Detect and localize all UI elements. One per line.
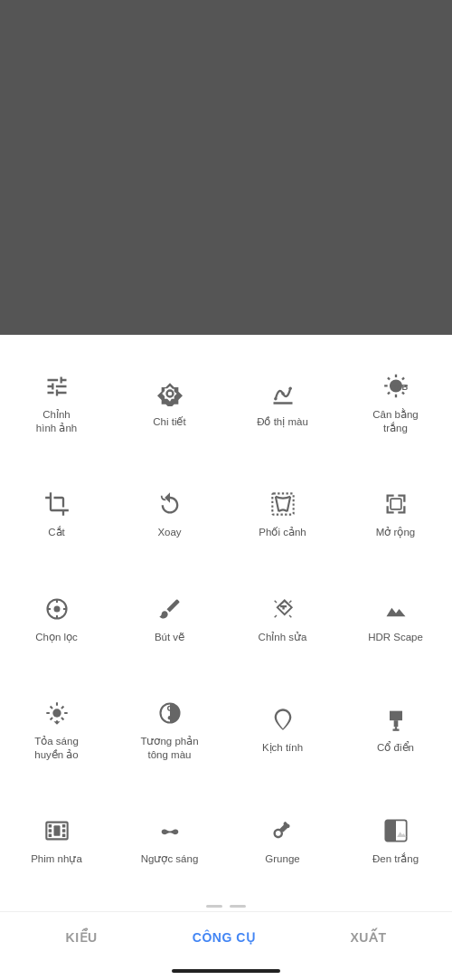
bw-icon: [380, 814, 412, 847]
adjust-icon: [41, 370, 73, 403]
tool-xoay[interactable]: Xoay: [113, 461, 226, 566]
svg-point-7: [53, 605, 60, 612]
tool-hdr-scape[interactable]: HDR Scape: [339, 566, 452, 670]
svg-point-2: [288, 386, 292, 390]
tonal-icon: [154, 697, 186, 729]
svg-point-0: [274, 397, 278, 401]
tool-toa-sang-huyen-ao-label: Tỏa sánghuyền ảo: [34, 735, 79, 762]
tool-but-ve-label: Bút vẽ: [155, 631, 184, 644]
home-bar: [172, 969, 280, 973]
nav-xuat[interactable]: XUẤT: [332, 921, 404, 954]
svg-rect-26: [53, 825, 60, 836]
expand-icon: [380, 488, 412, 520]
tool-chon-loc[interactable]: Chọn lọc: [0, 566, 113, 670]
tool-den-trang-label: Đen trắng: [372, 852, 419, 866]
grunge-icon: [267, 814, 299, 847]
svg-point-15: [167, 716, 172, 720]
tools-panel: Chỉnhhình ảnh Chi tiết Đồ: [0, 335, 452, 980]
tool-nguoc-sang-label: Ngược sáng: [141, 852, 199, 866]
tool-nguoc-sang[interactable]: Ngược sáng: [113, 788, 226, 892]
tool-chinh-sua[interactable]: Chỉnh sửa: [226, 566, 339, 670]
tool-but-ve[interactable]: Bút vẽ: [113, 566, 226, 670]
tool-kich-tinh[interactable]: Kịch tính: [226, 671, 339, 788]
dot-1: [206, 905, 222, 908]
svg-point-12: [52, 709, 61, 717]
dot-2: [230, 905, 246, 908]
tool-kich-tinh-label: Kịch tính: [262, 741, 303, 755]
tool-chinh-hinh-anh-label: Chỉnhhình ảnh: [36, 408, 77, 435]
tool-co-dien-label: Cổ điển: [377, 741, 414, 755]
tool-can-bang-trang[interactable]: WB Cân bằngtrắng: [339, 344, 452, 461]
tool-toa-sang-huyen-ao[interactable]: Tỏa sánghuyền ảo: [0, 671, 113, 788]
nav-kieu[interactable]: KIỂU: [48, 921, 116, 954]
tool-chinh-hinh-anh[interactable]: Chỉnhhình ảnh: [0, 344, 113, 461]
tool-mo-rong[interactable]: Mở rộng: [339, 461, 452, 566]
tool-phoi-canh[interactable]: Phối cảnh: [226, 461, 339, 566]
detail-icon: [154, 377, 186, 410]
rotate-icon: [154, 488, 186, 520]
backlight-icon: [154, 814, 186, 847]
tool-chon-loc-label: Chọn lọc: [35, 631, 78, 644]
tool-hdr-scape-label: HDR Scape: [368, 631, 423, 644]
perspective-icon: [267, 488, 299, 520]
tool-grunge-label: Grunge: [265, 852, 299, 866]
tool-cat[interactable]: Cắt: [0, 461, 113, 566]
svg-rect-21: [48, 829, 52, 833]
image-preview: [0, 0, 452, 335]
home-indicator: [0, 962, 452, 980]
bottom-nav: KIỂU CÔNG CỤ XUẤT: [0, 911, 452, 962]
drama-icon: [267, 703, 299, 736]
svg-rect-22: [48, 833, 52, 837]
tool-chi-tiet[interactable]: Chi tiết: [113, 344, 226, 461]
tool-den-trang[interactable]: Đen trắng: [339, 788, 452, 892]
tool-chinh-sua-label: Chỉnh sửa: [259, 631, 307, 644]
svg-rect-20: [48, 824, 52, 828]
chart-icon: [267, 377, 299, 410]
brush-icon: [154, 593, 186, 625]
tool-phim-nhua-label: Phim nhựa: [31, 852, 82, 866]
selective-icon: [41, 593, 73, 625]
filmgrain-icon: [41, 814, 73, 847]
glamour-icon: [41, 697, 73, 729]
crop-icon: [41, 488, 73, 520]
svg-point-1: [281, 392, 285, 395]
tool-do-thi-mau[interactable]: Đồ thị màu: [226, 344, 339, 461]
vintage-icon: [380, 703, 412, 736]
tool-cat-label: Cắt: [48, 526, 65, 539]
svg-rect-23: [61, 824, 65, 828]
hdr-icon: [380, 593, 412, 625]
tool-co-dien[interactable]: Cổ điển: [339, 671, 452, 788]
healing-icon: [267, 593, 299, 625]
svg-rect-16: [393, 720, 398, 727]
svg-rect-25: [61, 833, 65, 837]
tool-tuong-phan-tong-mau-label: Tương phảntông màu: [140, 735, 198, 762]
tools-grid: Chỉnhhình ảnh Chi tiết Đồ: [0, 335, 452, 901]
tool-grunge[interactable]: Grunge: [226, 788, 339, 892]
tool-mo-rong-label: Mở rộng: [376, 526, 415, 539]
tool-can-bang-trang-label: Cân bằngtrắng: [372, 408, 418, 435]
svg-text:WB: WB: [393, 383, 408, 392]
tool-tuong-phan-tong-mau[interactable]: Tương phảntông màu: [113, 671, 226, 788]
wb-icon: WB: [380, 370, 412, 403]
tool-phim-nhua[interactable]: Phim nhựa: [0, 788, 113, 892]
tool-xoay-label: Xoay: [157, 526, 181, 539]
tool-phoi-canh-label: Phối cảnh: [259, 526, 306, 539]
scroll-indicator: [0, 901, 452, 911]
svg-rect-5: [391, 499, 401, 509]
tool-do-thi-mau-label: Đồ thị màu: [257, 415, 308, 429]
svg-rect-24: [61, 829, 65, 833]
nav-cong-cu[interactable]: CÔNG CỤ: [174, 921, 274, 954]
tool-chi-tiet-label: Chi tiết: [153, 415, 185, 429]
